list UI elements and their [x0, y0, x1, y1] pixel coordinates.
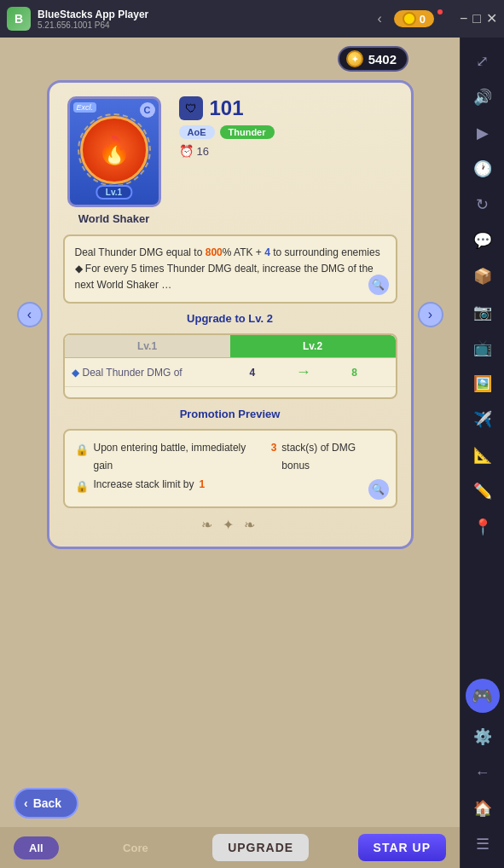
- sidebar-icon-volume[interactable]: 🔊: [467, 82, 498, 113]
- sidebar-icon-edit[interactable]: ✏️: [467, 476, 498, 506]
- coin-icon: [403, 12, 416, 26]
- promo-highlight-2: 1: [200, 476, 206, 493]
- upgrade-button[interactable]: UPGRADE: [212, 834, 309, 861]
- description-box: Deal Thunder DMG equal to 800% ATK + 4 t…: [63, 234, 397, 304]
- skill-level-row: 🛡 101: [179, 96, 397, 120]
- back-button[interactable]: ‹ Back: [14, 788, 78, 819]
- decorative-divider: ❧ ✦ ❧: [63, 517, 397, 533]
- tag-thunder: Thunder: [220, 125, 275, 139]
- back-arrow-icon: ‹: [24, 796, 28, 810]
- card-info: 🛡 101 AoE Thunder ⏰ 16: [179, 96, 397, 158]
- tab-all-button[interactable]: All: [14, 836, 59, 859]
- upgrade-header: Lv.1 Lv.2: [65, 335, 396, 358]
- hero-name: World Shaker: [78, 212, 150, 226]
- description-zoom-button[interactable]: 🔍: [368, 275, 389, 295]
- upgrade-row-1-val1: 4: [218, 367, 287, 379]
- desc-highlight2: 4: [264, 246, 270, 258]
- upgrade-table: Lv.1 Lv.2 ◆ Deal Thunder DMG of 4 → 8: [63, 333, 397, 399]
- right-sidebar: ⤢ 🔊 ▶ 🕐 ↻ 💬 📦 📷 📺 🖼️ ✈️ 📐 ✏️ 📍 🎮 ⚙️ ← 🏠 …: [460, 38, 504, 868]
- upgrade-row-1-label: Deal Thunder DMG of: [83, 367, 219, 379]
- desc-text2: % ATK +: [223, 246, 264, 258]
- sidebar-icon-fullscreen[interactable]: ⤢: [467, 46, 498, 77]
- maximize-button[interactable]: □: [472, 12, 481, 26]
- sidebar-icon-video[interactable]: ▶: [467, 118, 498, 148]
- notification-dot: [437, 9, 443, 14]
- next-hero-button[interactable]: ›: [418, 302, 443, 327]
- promo-text1: Upon entering battle, immediately gain: [94, 439, 266, 474]
- tag-aoe: AoE: [179, 125, 215, 139]
- promo-highlight-1: 3: [271, 439, 277, 456]
- sidebar-icon-gallery[interactable]: 🖼️: [467, 368, 498, 399]
- app-title: BlueStacks App Player: [38, 9, 365, 20]
- lock-icon-1: 🔒: [75, 441, 89, 460]
- clock-icon: ⏰: [179, 144, 194, 158]
- prev-hero-button[interactable]: ‹: [17, 302, 43, 327]
- main-content: ✦ 5402 ‹ › Excl. C 🔥 Lv.1 World Shaker 🛡: [0, 38, 460, 868]
- diamond-icon: ◆: [72, 367, 79, 379]
- coin-value: 0: [420, 13, 426, 26]
- back-nav-button[interactable]: ‹: [372, 9, 386, 28]
- minimize-button[interactable]: −: [460, 12, 467, 26]
- clock-row: ⏰ 16: [179, 144, 397, 158]
- upgrade-section-title: Upgrade to Lv. 2: [63, 312, 397, 325]
- sidebar-icon-settings[interactable]: ⚙️: [467, 721, 498, 752]
- desc-highlight1: 800: [206, 246, 223, 258]
- promo-text2: Increase stack limit by: [94, 476, 194, 493]
- title-bar: B BlueStacks App Player 5.21.656.1001 P6…: [0, 0, 504, 38]
- sidebar-icon-clock[interactable]: 🕐: [467, 153, 498, 184]
- upgrade-row-1: ◆ Deal Thunder DMG of 4 → 8: [65, 358, 396, 387]
- sidebar-icon-home[interactable]: 🏠: [467, 793, 498, 824]
- lv1-header: Lv.1: [65, 335, 230, 357]
- card-header: Excl. C 🔥 Lv.1 World Shaker 🛡 101 AoE Th…: [63, 96, 397, 226]
- app-logo: B: [7, 7, 31, 31]
- desc-text4: ◆ For every 5 times Thunder DMG dealt, i…: [75, 263, 374, 291]
- sidebar-icon-chat[interactable]: 💬: [467, 225, 498, 256]
- back-label: Back: [33, 796, 61, 810]
- sidebar-icon-airplane[interactable]: ✈️: [467, 404, 498, 435]
- skill-icon: 🛡: [179, 96, 203, 120]
- promo-row-2: 🔒 Increase stack limit by 1: [75, 476, 385, 496]
- sidebar-icon-camera[interactable]: 📷: [467, 297, 498, 327]
- desc-text3: to surrounding enemies: [270, 246, 380, 258]
- upgrade-row-2: [65, 387, 396, 397]
- sidebar-icon-apk[interactable]: 📦: [467, 261, 498, 292]
- skill-level: 101: [210, 96, 244, 120]
- window-controls: − □ ✕: [460, 12, 497, 26]
- star-up-button[interactable]: STAR UP: [358, 834, 446, 861]
- discord-button[interactable]: 🎮: [466, 679, 500, 713]
- sidebar-icon-rotate[interactable]: ↻: [467, 189, 498, 220]
- clock-value: 16: [197, 145, 209, 158]
- hero-card-inner: Excl. C 🔥 Lv.1: [67, 96, 161, 207]
- promo-row-1: 🔒 Upon entering battle, immediately gain…: [75, 439, 385, 474]
- sidebar-icon-resize[interactable]: 📐: [467, 440, 498, 471]
- upgrade-row-1-val2: 8: [321, 367, 389, 379]
- hero-card: Excl. C 🔥 Lv.1 World Shaker: [63, 96, 165, 226]
- hero-image: 🔥: [80, 116, 148, 184]
- promotion-box: 🔒 Upon entering battle, immediately gain…: [63, 429, 397, 508]
- gold-value: 5402: [368, 52, 397, 67]
- promotion-section-title: Promotion Preview: [63, 408, 397, 420]
- gold-counter: ✦ 5402: [338, 46, 408, 72]
- sidebar-icon-screen[interactable]: 📺: [467, 333, 498, 363]
- coin-badge: 0: [394, 10, 434, 27]
- excl-badge: Excl.: [73, 102, 97, 113]
- sidebar-icon-menu[interactable]: ☰: [467, 829, 498, 859]
- desc-text1: Deal Thunder DMG equal to: [75, 246, 206, 258]
- lv2-header: Lv.2: [230, 335, 396, 357]
- tag-row: AoE Thunder: [179, 125, 397, 139]
- level-badge: Lv.1: [96, 185, 132, 200]
- sidebar-icon-pin[interactable]: 📍: [467, 512, 498, 542]
- tab-core-button[interactable]: Core: [107, 836, 164, 859]
- card-panel: ‹ › Excl. C 🔥 Lv.1 World Shaker 🛡 101: [47, 80, 414, 549]
- app-version: 5.21.656.1001 P64: [38, 20, 365, 30]
- bottom-tabs: All Core UPGRADE STAR UP: [0, 827, 460, 868]
- lock-icon-2: 🔒: [75, 477, 89, 496]
- gold-coin-icon: ✦: [346, 50, 363, 67]
- promotion-zoom-button[interactable]: 🔍: [368, 479, 389, 500]
- promo-text1b: stack(s) of DMG bonus: [281, 439, 385, 474]
- upgrade-arrow-icon: →: [287, 363, 321, 381]
- close-button[interactable]: ✕: [486, 12, 497, 26]
- sidebar-icon-back[interactable]: ←: [467, 757, 498, 788]
- c-icon: C: [140, 102, 155, 118]
